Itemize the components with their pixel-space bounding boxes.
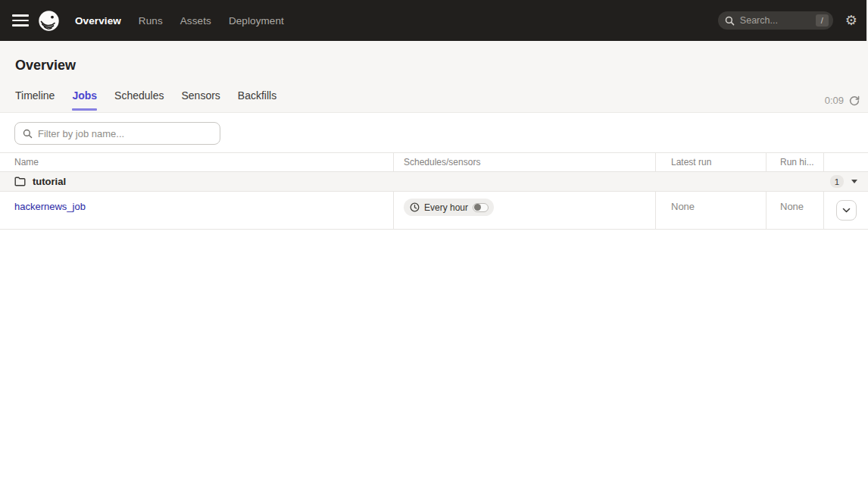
tab-timeline[interactable]: Timeline bbox=[15, 89, 55, 112]
table-row: hackernews_job Every hour None None bbox=[0, 192, 868, 230]
tab-schedules[interactable]: Schedules bbox=[114, 89, 164, 112]
column-header-schedules: Schedules/sensors bbox=[394, 153, 656, 171]
nav-item-overview[interactable]: Overview bbox=[75, 15, 121, 27]
tab-jobs[interactable]: Jobs bbox=[72, 89, 97, 112]
overview-tabs: Timeline Jobs Schedules Sensors Backfill… bbox=[0, 74, 868, 112]
job-filter-field bbox=[14, 122, 220, 145]
page-title: Overview bbox=[0, 41, 868, 74]
refresh-status: 0:09 bbox=[825, 95, 860, 106]
chevron-down-icon bbox=[842, 208, 851, 213]
row-menu-button[interactable] bbox=[836, 200, 857, 221]
clock-icon bbox=[410, 202, 420, 212]
run-history-value: None bbox=[780, 201, 804, 212]
dagster-logo-icon[interactable] bbox=[38, 10, 60, 32]
group-name: tutorial bbox=[33, 176, 66, 187]
tab-backfills[interactable]: Backfills bbox=[238, 89, 276, 112]
nav-item-assets[interactable]: Assets bbox=[180, 15, 211, 27]
group-collapse-caret-icon[interactable] bbox=[851, 180, 857, 183]
filter-search-icon bbox=[23, 129, 33, 139]
column-header-latest-run: Latest run bbox=[656, 153, 767, 171]
folder-icon bbox=[14, 177, 26, 186]
nav-item-deployment[interactable]: Deployment bbox=[229, 15, 284, 27]
search-icon bbox=[725, 16, 735, 26]
group-count-badge: 1 bbox=[830, 175, 844, 188]
refresh-icon[interactable] bbox=[849, 95, 860, 106]
jobs-table: Name Schedules/sensors Latest run Run hi… bbox=[0, 152, 868, 230]
page-header: Overview Timeline Jobs Schedules Sensors… bbox=[0, 41, 868, 113]
refresh-elapsed-time: 0:09 bbox=[825, 95, 844, 106]
job-filter-input[interactable] bbox=[38, 128, 212, 139]
repo-group-row-tutorial[interactable]: tutorial 1 bbox=[0, 172, 868, 192]
hamburger-menu-icon[interactable] bbox=[12, 14, 29, 27]
settings-gear-icon[interactable]: ⚙ bbox=[845, 14, 857, 27]
column-header-name: Name bbox=[0, 153, 394, 171]
schedule-toggle[interactable] bbox=[473, 203, 489, 212]
job-name-link[interactable]: hackernews_job bbox=[14, 201, 86, 212]
primary-nav: Overview Runs Assets Deployment bbox=[75, 15, 284, 27]
search-shortcut-key: / bbox=[816, 14, 829, 27]
column-header-run-history: Run hi... bbox=[767, 153, 824, 171]
tab-sensors[interactable]: Sensors bbox=[181, 89, 220, 112]
latest-run-value: None bbox=[671, 201, 695, 212]
table-header-row: Name Schedules/sensors Latest run Run hi… bbox=[0, 152, 868, 172]
toggle-knob bbox=[474, 204, 481, 211]
top-navbar: Overview Runs Assets Deployment Search..… bbox=[0, 0, 868, 41]
global-search-placeholder: Search... bbox=[740, 15, 816, 26]
schedule-chip[interactable]: Every hour bbox=[404, 199, 494, 216]
nav-item-runs[interactable]: Runs bbox=[139, 15, 163, 27]
global-search-button[interactable]: Search... / bbox=[718, 11, 833, 30]
column-header-actions bbox=[824, 153, 868, 171]
schedule-chip-label: Every hour bbox=[424, 202, 468, 213]
